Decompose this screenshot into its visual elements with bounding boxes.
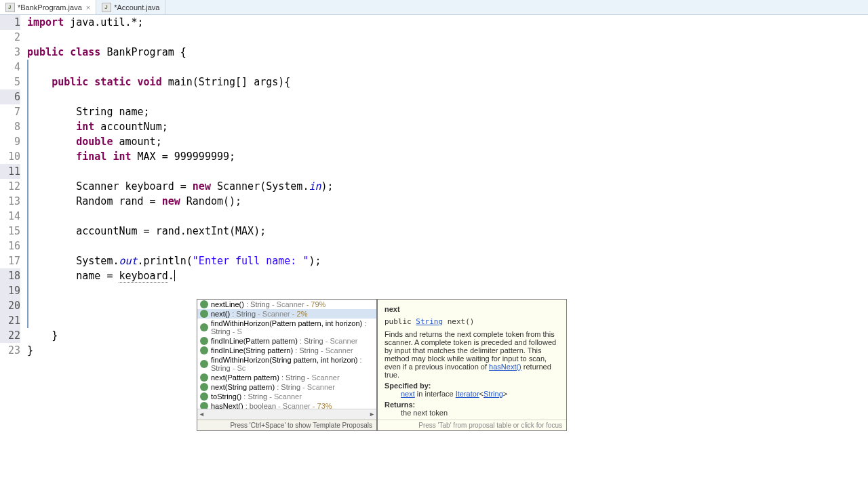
code-text: Scanner bbox=[76, 180, 125, 192]
code-editor[interactable]: 123456789101112131415161718×1920212223 i… bbox=[0, 15, 868, 488]
method-icon bbox=[200, 402, 208, 409]
autocomplete-label: hasNext() : boolean - Scanner - 73% bbox=[211, 402, 332, 409]
autocomplete-label: findWithinHorizon(String pattern, int ho… bbox=[211, 356, 374, 372]
keyword: import bbox=[27, 16, 64, 28]
method-link[interactable]: hasNext() bbox=[489, 363, 521, 371]
method-icon bbox=[200, 300, 208, 308]
code-text: ); bbox=[309, 255, 321, 267]
horizontal-scrollbar[interactable] bbox=[197, 409, 376, 420]
method-icon bbox=[200, 323, 208, 331]
autocomplete-label: nextLine() : String - Scanner - 79% bbox=[211, 300, 326, 308]
line-number: 5 bbox=[0, 75, 20, 89]
line-number: 13 bbox=[0, 194, 20, 209]
autocomplete-item[interactable]: nextLine() : String - Scanner - 79% bbox=[197, 300, 376, 309]
method-icon bbox=[200, 346, 208, 354]
keyword: final bbox=[76, 150, 106, 163]
field-ref: out bbox=[119, 255, 137, 267]
java-file-icon bbox=[5, 3, 15, 12]
line-number: 9 bbox=[0, 134, 20, 149]
autocomplete-label: toString() : String - Scanner bbox=[211, 392, 302, 401]
text-cursor bbox=[174, 270, 175, 281]
method-icon bbox=[200, 383, 208, 391]
code-text-error: keyboard bbox=[119, 270, 167, 283]
autocomplete-footer: Press 'Ctrl+Space' to show Template Prop… bbox=[197, 420, 376, 430]
line-number: 15 bbox=[0, 224, 20, 239]
code-text: amount; bbox=[113, 136, 161, 148]
line-number: 2 bbox=[0, 30, 20, 45]
autocomplete-item[interactable]: hasNext() : boolean - Scanner - 73% bbox=[197, 401, 376, 409]
code-text: = bbox=[174, 180, 193, 192]
keyword: void bbox=[132, 76, 162, 88]
code-text: java.util.*; bbox=[64, 16, 143, 28]
keyword: int bbox=[76, 121, 94, 133]
type-link[interactable]: Iterator bbox=[456, 390, 479, 398]
line-number: 1 bbox=[0, 15, 20, 30]
autocomplete-item[interactable]: toString() : String - Scanner bbox=[197, 392, 376, 401]
method-link[interactable]: next bbox=[401, 390, 415, 398]
tab-label: *BankProgram.java bbox=[18, 3, 82, 12]
keyword: static bbox=[88, 76, 131, 88]
autocomplete-label: findWithinHorizon(Pattern pattern, int h… bbox=[211, 319, 374, 336]
line-number: 14 bbox=[0, 209, 20, 224]
code-text: keyboard bbox=[125, 180, 174, 192]
line-number: 16 bbox=[0, 239, 20, 253]
method-icon bbox=[200, 337, 208, 345]
doc-footer: Press 'Tab' from proposal table or click… bbox=[378, 420, 566, 430]
type-link[interactable]: String bbox=[484, 390, 503, 398]
code-text: ); bbox=[321, 180, 334, 192]
autocomplete-item[interactable]: next(String pattern) : String - Scanner bbox=[197, 382, 376, 392]
line-number: 10 bbox=[0, 149, 20, 164]
code-text: accountNum = rand.nextInt(MAX); bbox=[76, 225, 266, 237]
close-icon[interactable]: × bbox=[86, 3, 90, 12]
keyword: int bbox=[106, 150, 131, 163]
line-number: 4 bbox=[0, 60, 20, 75]
code-text: System. bbox=[76, 255, 119, 267]
code-text: rand bbox=[119, 195, 143, 207]
autocomplete-label: next(Pattern pattern) : String - Scanner bbox=[211, 373, 340, 382]
line-number: 18× bbox=[0, 268, 20, 283]
line-number: 6 bbox=[0, 89, 20, 104]
keyword: class bbox=[64, 46, 100, 58]
doc-specified-by: next in interface Iterator<String> bbox=[401, 390, 559, 398]
line-number: 22 bbox=[0, 328, 20, 343]
java-file-icon bbox=[102, 3, 111, 12]
autocomplete-label: findInLine(String pattern) : String - Sc… bbox=[211, 346, 353, 354]
autocomplete-list[interactable]: nextLine() : String - Scanner - 79%next(… bbox=[197, 299, 377, 431]
code-text: name = bbox=[76, 270, 119, 282]
doc-specified-by-label: Specified by: bbox=[384, 382, 559, 390]
autocomplete-item[interactable]: next() : String - Scanner - 2% bbox=[197, 309, 376, 319]
tab-bankprogram[interactable]: *BankProgram.java × bbox=[0, 0, 96, 14]
code-text: } bbox=[27, 344, 33, 357]
tab-label: *Account.java bbox=[114, 3, 159, 12]
javadoc-popup[interactable]: next public String next() Finds and retu… bbox=[377, 299, 567, 431]
tab-account[interactable]: *Account.java bbox=[96, 0, 165, 14]
method-icon bbox=[200, 392, 208, 401]
autocomplete-item[interactable]: findWithinHorizon(String pattern, int ho… bbox=[197, 355, 376, 373]
keyword: new bbox=[193, 180, 211, 192]
code-text: String bbox=[76, 106, 119, 118]
field-ref: in bbox=[309, 180, 321, 192]
autocomplete-item[interactable]: findInLine(Pattern pattern) : String - S… bbox=[197, 336, 376, 346]
line-number: 19 bbox=[0, 283, 20, 298]
line-number-gutter: 123456789101112131415161718×1920212223 bbox=[0, 15, 23, 488]
doc-returns-label: Returns: bbox=[384, 401, 559, 409]
autocomplete-item[interactable]: findWithinHorizon(Pattern pattern, int h… bbox=[197, 319, 376, 336]
code-text: Scanner(System. bbox=[211, 180, 309, 192]
code-text: . bbox=[168, 270, 174, 282]
autocomplete-items[interactable]: nextLine() : String - Scanner - 79%next(… bbox=[197, 300, 376, 409]
code-text: MAX = 999999999; bbox=[132, 150, 236, 163]
type-link[interactable]: String bbox=[416, 317, 443, 326]
code-text: accountNum; bbox=[94, 121, 167, 133]
autocomplete-label: next(String pattern) : String - Scanner bbox=[211, 383, 335, 391]
code-text: } bbox=[52, 329, 58, 342]
line-number: 11 bbox=[0, 164, 20, 179]
doc-returns-value: the next token bbox=[401, 409, 559, 417]
doc-title: next bbox=[384, 305, 559, 313]
string-literal: "Enter full name: " bbox=[193, 255, 309, 267]
autocomplete-item[interactable]: next(Pattern pattern) : String - Scanner bbox=[197, 373, 376, 382]
autocomplete-label: findInLine(Pattern pattern) : String - S… bbox=[211, 337, 357, 345]
code-text: = bbox=[144, 195, 162, 207]
keyword: public bbox=[27, 46, 64, 58]
autocomplete-item[interactable]: findInLine(String pattern) : String - Sc… bbox=[197, 346, 376, 355]
code-text: main(String[] args){ bbox=[162, 76, 291, 88]
